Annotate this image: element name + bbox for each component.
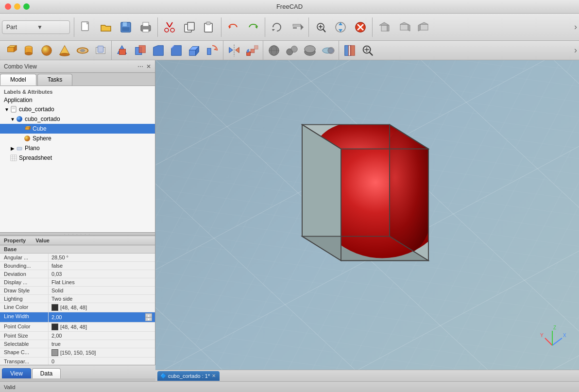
list-item[interactable]: ▼ cubo_cortado bbox=[0, 104, 155, 114]
box-button[interactable] bbox=[2, 42, 19, 59]
viewport-tab[interactable]: 🔷 cubo_cortado : 1* ✕ bbox=[157, 371, 220, 381]
shell-button[interactable] bbox=[301, 42, 319, 59]
boolean-cut-button[interactable] bbox=[132, 42, 149, 59]
spin-up-button[interactable]: ▲ bbox=[145, 313, 152, 317]
list-item[interactable]: Spreadsheet bbox=[0, 153, 155, 163]
new-file-button[interactable] bbox=[76, 17, 96, 37]
fillet-button[interactable] bbox=[150, 42, 167, 59]
spinner-control[interactable]: ▲ ▼ bbox=[145, 313, 152, 321]
svg-rect-18 bbox=[293, 24, 301, 26]
prop-row-drawstyle[interactable]: Draw Style Solid bbox=[0, 287, 155, 295]
point-color-swatch bbox=[51, 324, 58, 330]
toolbar-sep-5 bbox=[308, 17, 309, 37]
resize-handle[interactable]: · · · · · · · bbox=[0, 232, 155, 236]
compound-button[interactable] bbox=[283, 42, 301, 59]
view-fit-button[interactable] bbox=[311, 17, 330, 37]
view-home-button[interactable] bbox=[375, 17, 394, 37]
chamfer-button[interactable] bbox=[168, 42, 185, 59]
sphere-button[interactable] bbox=[38, 42, 55, 59]
list-item[interactable]: Sphere bbox=[0, 134, 155, 143]
combo-pin-icon[interactable]: ⋯ bbox=[137, 63, 143, 70]
prop-row-display[interactable]: Display ... Flat Lines bbox=[0, 278, 155, 287]
view-back-button[interactable] bbox=[414, 17, 434, 37]
list-item[interactable]: Cube bbox=[0, 124, 155, 134]
cone-button[interactable] bbox=[56, 42, 73, 59]
surface-button[interactable] bbox=[319, 42, 337, 59]
status-text: Valid bbox=[4, 384, 16, 390]
tab-view[interactable]: View bbox=[2, 368, 31, 378]
extrude-button[interactable] bbox=[186, 42, 203, 59]
viewport-canvas: X Y Z bbox=[155, 60, 579, 370]
line-color-value: [48, 48, 48] bbox=[60, 305, 87, 310]
open-file-button[interactable] bbox=[96, 17, 116, 37]
prop-row-linewidth[interactable]: Line Width 2,00 ▲ ▼ bbox=[0, 312, 155, 323]
svg-point-83 bbox=[328, 47, 334, 53]
prop-row-angular[interactable]: Angular ... 28,50 ° bbox=[0, 254, 155, 262]
search-button2[interactable] bbox=[359, 42, 376, 59]
viewport-tab-close[interactable]: ✕ bbox=[212, 373, 216, 378]
tree-section-label: Labels & Attributes bbox=[0, 88, 155, 96]
view-nav-button[interactable] bbox=[331, 17, 350, 37]
shapes-toolbar-expand[interactable]: › bbox=[574, 45, 577, 55]
list-item[interactable]: ▶ Plano bbox=[0, 143, 155, 153]
app-label-text: Application bbox=[4, 97, 33, 103]
prop-name: Shape C... bbox=[0, 348, 49, 357]
part-selector[interactable]: Part ▼ bbox=[2, 20, 70, 34]
array-button[interactable] bbox=[243, 42, 261, 59]
3d-viewport[interactable]: X Y Z bbox=[155, 60, 579, 370]
save-file-button[interactable] bbox=[116, 17, 136, 37]
cylinder-button[interactable] bbox=[20, 42, 37, 59]
svg-rect-3 bbox=[122, 27, 130, 31]
minimize-button[interactable] bbox=[14, 3, 20, 10]
prop-row-lighting[interactable]: Lighting Two side bbox=[0, 295, 155, 303]
redo-button[interactable] bbox=[243, 17, 263, 37]
left-panel: Combo View ⋯ ✕ Model Tasks Labels & Attr… bbox=[0, 60, 155, 378]
mirror-button[interactable] bbox=[225, 42, 243, 59]
tree-item-label: Sphere bbox=[33, 135, 51, 142]
refresh-button[interactable] bbox=[267, 17, 287, 37]
close-button[interactable] bbox=[5, 3, 11, 10]
sphere2-button[interactable] bbox=[265, 42, 283, 59]
list-item[interactable]: ▼ cubo_cortado bbox=[0, 114, 155, 124]
sphere-yellow-icon bbox=[23, 135, 31, 142]
maximize-button[interactable] bbox=[23, 3, 30, 10]
torus-button[interactable] bbox=[74, 42, 91, 59]
view-stop-button[interactable] bbox=[351, 17, 370, 37]
prism-button[interactable] bbox=[92, 42, 109, 59]
view-front-button[interactable] bbox=[394, 17, 414, 37]
help-button[interactable] bbox=[287, 17, 307, 37]
prop-row-bounding[interactable]: Bounding... false bbox=[0, 262, 155, 270]
prop-row-pointcolor[interactable]: Point Color [48, 48, 48] bbox=[0, 323, 155, 332]
tab-data[interactable]: Data bbox=[32, 368, 61, 378]
paste-button[interactable] bbox=[200, 17, 219, 37]
revolve-button[interactable] bbox=[204, 42, 221, 59]
tab-tasks[interactable]: Tasks bbox=[37, 74, 73, 85]
svg-point-81 bbox=[305, 45, 315, 52]
prop-row-shapecolor[interactable]: Shape C... [150, 150, 150] bbox=[0, 348, 155, 358]
toolbar-expand-button[interactable]: › bbox=[574, 22, 577, 32]
tree-arrow-2: ▼ bbox=[10, 117, 16, 122]
document-icon bbox=[10, 105, 17, 113]
prop-name: Point Color bbox=[0, 323, 49, 331]
undo-button[interactable] bbox=[223, 17, 243, 37]
svg-marker-95 bbox=[25, 127, 29, 130]
boolean-union-button[interactable] bbox=[114, 42, 131, 59]
section-button[interactable] bbox=[341, 42, 358, 59]
cut-button[interactable] bbox=[160, 17, 179, 37]
tab-model[interactable]: Model bbox=[0, 74, 36, 85]
prop-row-pointsize[interactable]: Point Size 2,00 bbox=[0, 332, 155, 340]
tree-item-label: Cube bbox=[33, 125, 47, 132]
prop-row-deviation[interactable]: Deviation 0,03 bbox=[0, 270, 155, 278]
prop-row-linecolor[interactable]: Line Color [48, 48, 48] bbox=[0, 303, 155, 312]
print-button[interactable] bbox=[136, 17, 155, 37]
combo-close-icon[interactable]: ✕ bbox=[146, 63, 151, 70]
shapes-sep-4 bbox=[339, 41, 339, 60]
prop-name: Selectable bbox=[0, 340, 49, 348]
spin-down-button[interactable]: ▼ bbox=[145, 317, 152, 321]
copy-button[interactable] bbox=[180, 17, 199, 37]
svg-text:Z: Z bbox=[553, 325, 556, 330]
svg-rect-57 bbox=[119, 49, 125, 54]
svg-point-50 bbox=[60, 53, 70, 56]
prop-row-selectable[interactable]: Selectable true bbox=[0, 340, 155, 348]
tree-item-label: Plano bbox=[25, 145, 40, 152]
